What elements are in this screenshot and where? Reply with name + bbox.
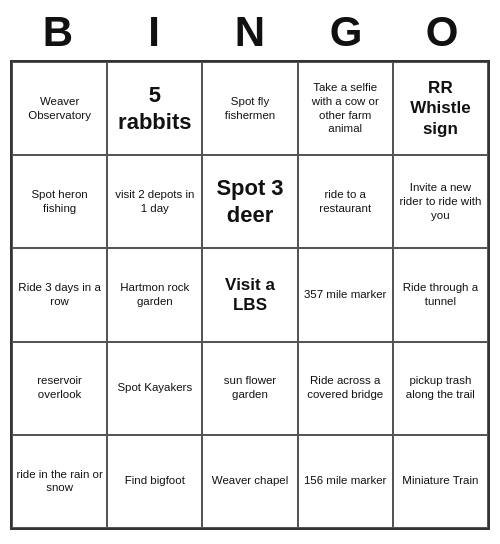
bingo-cell-21: Find bigfoot bbox=[107, 435, 202, 528]
bingo-cell-11: Hartmon rock garden bbox=[107, 248, 202, 341]
bingo-title: B I N G O bbox=[10, 0, 490, 60]
bingo-cell-6: visit 2 depots in 1 day bbox=[107, 155, 202, 248]
bingo-cell-1: 5 rabbits bbox=[107, 62, 202, 155]
bingo-cell-16: Spot Kayakers bbox=[107, 342, 202, 435]
bingo-cell-8: ride to a restaurant bbox=[298, 155, 393, 248]
bingo-cell-19: pickup trash along the trail bbox=[393, 342, 488, 435]
bingo-cell-23: 156 mile marker bbox=[298, 435, 393, 528]
bingo-cell-7: Spot 3 deer bbox=[202, 155, 297, 248]
bingo-cell-9: Invite a new rider to ride with you bbox=[393, 155, 488, 248]
letter-i: I bbox=[114, 8, 194, 56]
bingo-cell-18: Ride across a covered bridge bbox=[298, 342, 393, 435]
bingo-cell-14: Ride through a tunnel bbox=[393, 248, 488, 341]
bingo-cell-4: RR Whistle sign bbox=[393, 62, 488, 155]
bingo-cell-13: 357 mile marker bbox=[298, 248, 393, 341]
bingo-cell-12: Visit a LBS bbox=[202, 248, 297, 341]
letter-n: N bbox=[210, 8, 290, 56]
bingo-grid: Weaver Observatory5 rabbitsSpot fly fish… bbox=[10, 60, 490, 530]
letter-b: B bbox=[18, 8, 98, 56]
letter-g: G bbox=[306, 8, 386, 56]
bingo-cell-10: Ride 3 days in a row bbox=[12, 248, 107, 341]
bingo-cell-17: sun flower garden bbox=[202, 342, 297, 435]
letter-o: O bbox=[402, 8, 482, 56]
bingo-cell-3: Take a selfie with a cow or other farm a… bbox=[298, 62, 393, 155]
bingo-cell-15: reservoir overlook bbox=[12, 342, 107, 435]
bingo-cell-20: ride in the rain or snow bbox=[12, 435, 107, 528]
bingo-cell-22: Weaver chapel bbox=[202, 435, 297, 528]
bingo-cell-5: Spot heron fishing bbox=[12, 155, 107, 248]
bingo-cell-24: Miniature Train bbox=[393, 435, 488, 528]
bingo-cell-0: Weaver Observatory bbox=[12, 62, 107, 155]
bingo-cell-2: Spot fly fishermen bbox=[202, 62, 297, 155]
